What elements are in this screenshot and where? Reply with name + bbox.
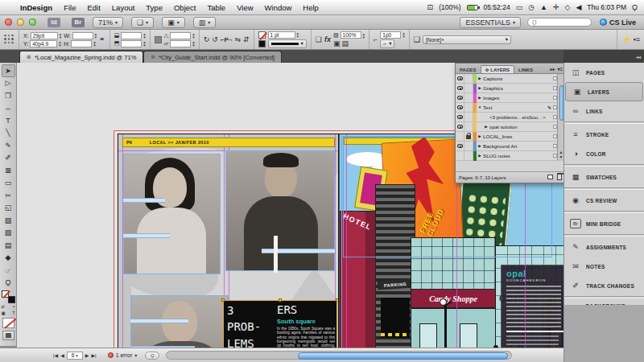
expand-arrow-icon[interactable]: ▶ [483,125,489,129]
zoom-tool[interactable]: Ϙ [2,277,15,290]
eyedropper-tool[interactable]: ◆ [2,252,15,265]
spotlight-icon[interactable]: Ϙ [632,3,638,11]
layer-name[interactable]: opal solution [489,124,553,130]
page-tool[interactable]: ❐ [2,89,15,102]
preflight-menu-icon[interactable]: ▾ [134,352,137,358]
screen-mode-dropdown[interactable]: ▣▾ [162,17,185,28]
lock-toggle[interactable] [464,93,473,103]
x-position-field[interactable]: 29p9 [31,32,58,39]
volume-icon[interactable]: ◀ [576,3,581,11]
menu-clock[interactable]: Thu 6:03 PM [587,3,626,11]
width-field[interactable] [72,32,93,39]
next-page-button[interactable]: ▶ [85,352,89,358]
layer-row[interactable]: ▶opal solution [456,122,559,132]
frame-handle[interactable] [279,298,282,302]
close-tab-icon[interactable]: ⊗ [27,54,31,60]
wrap-icon[interactable]: ▤ [341,39,349,47]
zoom-window-button[interactable] [29,19,36,26]
lock-toggle[interactable] [464,103,473,113]
expand-arrow-icon[interactable]: ▶ [477,96,483,100]
horizontal-scrollbar[interactable] [166,351,512,360]
y-position-field[interactable]: 40p4.9 [30,40,57,47]
layer-row[interactable]: ▼Text✎ [456,103,559,113]
visibility-toggle[interactable] [456,132,464,142]
layer-row[interactable]: ▶Background Art [456,142,559,151]
visibility-toggle[interactable] [456,142,464,151]
menu-indesign[interactable]: InDesign [14,3,58,12]
layer-row[interactable]: ▶SLUG notes [456,151,559,161]
reference-point-proxy[interactable] [0,30,19,49]
drop-shadow-button[interactable]: ▣ [333,39,341,47]
visibility-toggle[interactable] [456,122,464,132]
article-text-frame[interactable]: 3 PROB- LEMS X FOR 3 DE- SIGN- ERS South… [223,300,337,348]
bridge-icon[interactable]: Br [72,18,85,27]
visibility-toggle[interactable] [456,113,464,122]
photo-frame-woman[interactable] [123,154,221,274]
height-field[interactable] [71,40,92,47]
rotate-cw-button[interactable]: ↻ [204,35,210,43]
dock-item-track-changes[interactable]: ✐TRACK CHANGES [564,276,644,295]
pencil-tool[interactable]: ✐ [2,152,15,165]
layer-name[interactable]: SLUG notes [483,153,553,158]
menu-edit[interactable]: Edit [81,3,105,12]
selection-tool[interactable]: ➤ [2,64,15,77]
visibility-toggle[interactable] [456,103,464,113]
menu-table[interactable]: Table [201,3,231,12]
toolbox-formatting[interactable]: ▣T [2,310,15,316]
visibility-toggle[interactable] [456,84,464,93]
expand-arrow-icon[interactable]: ▶ [477,144,483,148]
rotate-ccw-button[interactable]: ↺ [212,35,218,43]
lock-toggle[interactable] [464,113,473,122]
gradient-tool[interactable]: ▧ [2,214,15,227]
stroke-swatch[interactable] [258,40,266,47]
gap-tool[interactable]: ↔ [2,102,15,115]
expand-arrow-icon[interactable]: ▶ [477,76,483,80]
dock-item-stroke[interactable]: ≡STROKE [564,125,644,144]
fill-swatch[interactable] [258,31,266,39]
dock-item-mini-bridge[interactable]: BrMINI BRIDGE [564,214,644,233]
layer-name[interactable]: Text [483,105,553,110]
visibility-toggle[interactable] [456,74,464,84]
workspace-switcher[interactable]: ESSENTIALS▾ [460,17,521,28]
flip-horizontal-button[interactable]: ⇋ [234,35,241,43]
close-window-button[interactable] [5,19,12,26]
expand-arrow-icon[interactable]: ▶ [477,86,483,90]
corner-shape-dropdown[interactable]: ⌐▾ [380,39,394,48]
arrange-documents-dropdown[interactable]: ▥▾ [193,17,217,28]
frame-handle[interactable] [221,298,225,302]
dock-item-links[interactable]: ∞LINKS [564,101,644,121]
object-effects-icon[interactable]: ❏ [316,35,322,43]
panel-menu-icon[interactable]: ▾≡ [557,66,563,72]
menu-object[interactable]: Object [168,3,201,12]
dock-item-cs-review[interactable]: ◉CS REVIEW [564,191,644,210]
expand-arrow-icon[interactable]: ▶ [477,134,483,138]
delete-layer-button[interactable] [557,175,562,180]
tab-city-guide[interactable]: ⊗ *City_Guide_Start.indd @ 90% [Converte… [143,51,282,63]
constrain-proportions-icon[interactable]: ⚭ [99,35,105,43]
layer-row[interactable]: ▶Captions [456,74,559,84]
tab-layers[interactable]: ≎ LAYERS [481,65,515,73]
toolbox-swap-colors[interactable]: ⇄▪ [2,303,15,310]
gradient-feather-tool[interactable]: ▨ [2,227,15,240]
rotation-angle-field[interactable] [170,32,191,39]
dock-item-pages[interactable]: ◫PAGES [564,63,644,82]
frame-tool[interactable]: ⊠ [2,164,15,177]
free-transform-tool[interactable]: ◱ [2,202,15,215]
layer-row[interactable]: <3 problems…ersSou…> [456,113,559,122]
lock-toggle[interactable] [464,132,473,142]
previous-page-button[interactable]: ◀ [60,352,64,358]
layer-row[interactable]: ▶Images [456,93,559,103]
dock-item-layers[interactable]: ▣LAYERS [565,82,643,101]
scale-x-field[interactable] [121,32,142,39]
cs-live-button[interactable]: CS Live [600,19,636,27]
universal-access-icon[interactable]: ✛ [553,3,559,11]
layer-name[interactable]: Images [483,95,553,101]
layer-name[interactable]: <3 problems…ersSou…> [489,114,553,120]
expand-arrow-icon[interactable]: ▶ [477,154,483,158]
stroke-weight-field[interactable]: 1 pt [268,31,295,39]
toolbox-fill-stroke[interactable] [2,290,15,303]
dock-item-swatches[interactable]: ▦SWATCHES [564,167,644,187]
page-left[interactable]: 3 X P6 LOCAL >> JAN/FEB 2010 [118,134,339,348]
menu-window[interactable]: Window [259,3,298,12]
scrollbar-thumb[interactable] [298,352,508,360]
